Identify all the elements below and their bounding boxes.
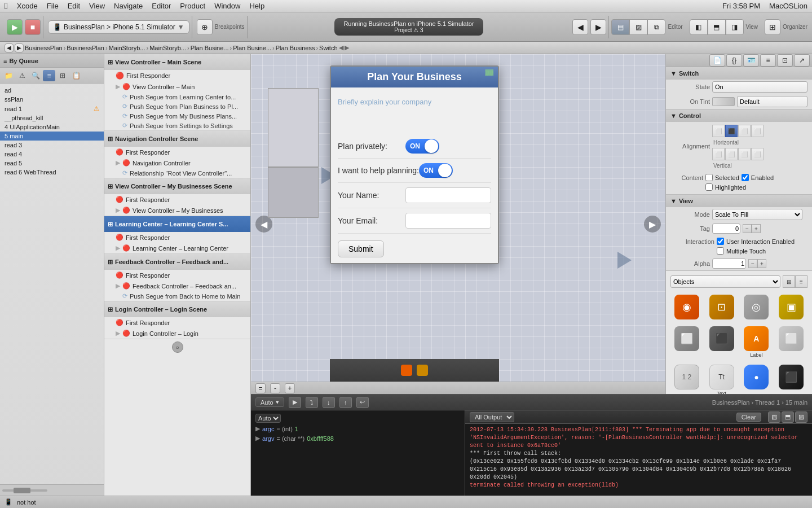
clear-button[interactable]: Clear: [736, 413, 761, 422]
tag-decrement[interactable]: −: [743, 224, 752, 233]
tag-increment[interactable]: +: [752, 224, 761, 233]
thread-item-webthread[interactable]: read 6 WebThread: [0, 168, 104, 177]
object-item-3[interactable]: ◎: [740, 292, 773, 322]
version-editor-btn[interactable]: ⧉: [647, 19, 665, 35]
scene-item-responder-learning[interactable]: 🔴 First Responder: [104, 232, 250, 243]
bc-8[interactable]: Switch: [319, 45, 337, 51]
menu-file[interactable]: File: [47, 2, 59, 10]
scene-item-nav-ctrl[interactable]: ▶ 🔴 Navigation Controller: [104, 157, 250, 168]
nav-icon-warning[interactable]: ⚠: [16, 70, 28, 81]
segue-back-home[interactable]: ⟳ Push Segue from Back to Home to Main: [104, 291, 250, 301]
scene-item-mybiz-ctrl[interactable]: ▶ 🔴 View Controller – My Businesses: [104, 205, 250, 216]
thread-item-main5[interactable]: 5 main: [0, 132, 104, 141]
selected-checkbox[interactable]: [705, 174, 713, 181]
bc-7[interactable]: Plan Business: [276, 45, 315, 51]
object-item-label[interactable]: A Label: [740, 324, 773, 360]
object-item-5[interactable]: ⬜: [670, 324, 703, 360]
standard-editor-btn[interactable]: ▤: [611, 19, 629, 35]
view-collapse-arrow[interactable]: ▼: [670, 198, 677, 204]
console-split-both[interactable]: ⬒: [782, 411, 794, 423]
scene-header-mybiz[interactable]: ⊞ View Controller – My Businesses Scene: [104, 178, 250, 194]
quick-help-btn[interactable]: {}: [726, 54, 742, 67]
align-left-btn[interactable]: ⬜: [712, 125, 725, 137]
align-fill-h-btn[interactable]: ⬜: [751, 125, 764, 137]
object-item-8[interactable]: ⬜: [775, 324, 807, 360]
object-item-dark[interactable]: ⬛: [775, 362, 807, 394]
menu-navigate[interactable]: Navigate: [114, 2, 143, 10]
bc-1[interactable]: BusinessPlan: [25, 45, 63, 51]
console-split-right[interactable]: ▨: [795, 411, 807, 423]
name-text-field[interactable]: [405, 187, 491, 203]
thread-item-read4[interactable]: read 4: [0, 150, 104, 159]
scene-item-responder-nav[interactable]: 🔴 First Responder: [104, 147, 250, 157]
align-center-btn[interactable]: ⬛: [725, 125, 738, 137]
objects-select[interactable]: Objects: [670, 275, 780, 288]
expand-argv[interactable]: ▶: [255, 435, 260, 442]
stop-button[interactable]: ■: [25, 19, 41, 35]
connections-inspector-btn[interactable]: ↗: [794, 54, 810, 67]
debug-step-out-btn[interactable]: ↑: [339, 397, 352, 408]
scene-item-responder-main[interactable]: 🔴 First Responder: [104, 70, 250, 81]
menu-view[interactable]: View: [89, 2, 105, 10]
alpha-input[interactable]: [712, 259, 746, 269]
debug-step-over-btn[interactable]: ⤵: [306, 397, 318, 408]
segue-plan[interactable]: ⟳ Push Segue from Plan Business to Pl...: [104, 102, 250, 111]
segue-root[interactable]: ⟳ Relationship "Root View Controller"...: [104, 168, 250, 178]
alpha-increment[interactable]: +: [757, 259, 766, 268]
breadcrumb-fwd-btn[interactable]: ▶: [15, 43, 24, 52]
breakpoints-button[interactable]: ⊕: [197, 19, 213, 35]
object-item-4[interactable]: ▣: [775, 292, 807, 322]
menu-edit[interactable]: Edit: [68, 2, 80, 10]
highlighted-checkbox[interactable]: [705, 183, 713, 191]
bc-2[interactable]: BusinessPlan: [67, 45, 104, 51]
scene-item-learning-ctrl[interactable]: ▶ 🔴 Learning Center – Learning Center: [104, 243, 250, 253]
auto-select[interactable]: Auto: [255, 414, 281, 423]
object-item-2[interactable]: ⊡: [705, 292, 738, 322]
hide-inspector-btn[interactable]: ◨: [726, 19, 744, 35]
thread-item-ad[interactable]: ad: [0, 86, 104, 95]
breadcrumb-back-btn[interactable]: ◀: [5, 43, 14, 52]
alpha-decrement[interactable]: −: [748, 259, 757, 268]
zoom-in-btn[interactable]: +: [285, 383, 295, 393]
align-right-btn[interactable]: ⬜: [738, 125, 751, 137]
scene-item-responder-feedback[interactable]: 🔴 First Responder: [104, 270, 250, 281]
scene-item-responder-mybiz[interactable]: 🔴 First Responder: [104, 194, 250, 205]
state-select[interactable]: On Off: [712, 81, 807, 93]
object-item-9[interactable]: 1 2: [670, 362, 703, 394]
canvas-area[interactable]: ◀ ▶ ▓▓ Plan Your Business: [251, 54, 665, 394]
thread-item-read1[interactable]: read 1 ⚠: [0, 104, 104, 113]
bc-4[interactable]: MainStoryb...: [149, 45, 186, 51]
scene-header-login[interactable]: ⊞ Login Controller – Login Scene: [104, 301, 250, 317]
identity-inspector-btn[interactable]: 🪪: [743, 54, 759, 67]
multiple-touch-checkbox[interactable]: [717, 247, 724, 255]
debug-continue-btn[interactable]: ▶: [289, 397, 301, 408]
output-select[interactable]: All Output: [470, 412, 514, 422]
segue-settings[interactable]: ⟳ Push Segue from Settings to Settings: [104, 121, 250, 130]
scene-item-login-ctrl[interactable]: ▶ 🔴 Login Controller – Login: [104, 328, 250, 339]
thread-item-read3[interactable]: read 3: [0, 141, 104, 150]
console-split-left[interactable]: ▧: [768, 411, 780, 423]
scene-item-feedback-ctrl[interactable]: ▶ 🔴 Feedback Controller – Feedback an...: [104, 281, 250, 291]
canvas-nav-left[interactable]: ◀: [255, 216, 272, 233]
scene-header-main[interactable]: ⊞ View Controller – Main Scene: [104, 54, 250, 70]
help-planning-toggle[interactable]: ON: [419, 163, 453, 178]
scene-item-vc-main[interactable]: ▶ 🔴 View Controller – Main: [104, 81, 250, 92]
scene-header-feedback[interactable]: ⊞ Feedback Controller – Feedback and...: [104, 254, 250, 270]
segue-mybiz[interactable]: ⟳ Push Segue from My Business Plans...: [104, 111, 250, 121]
menu-help[interactable]: Help: [249, 2, 264, 10]
debug-frame-btn[interactable]: ↩: [356, 397, 369, 408]
bc-5[interactable]: Plan Busine...: [191, 45, 229, 51]
object-item-6[interactable]: ⬛: [705, 324, 738, 360]
plan-privately-toggle[interactable]: ON: [405, 139, 439, 154]
align-top-btn[interactable]: ⬜: [712, 148, 725, 160]
hide-debug-btn[interactable]: ⬒: [708, 19, 726, 35]
debug-step-into-btn[interactable]: ↓: [323, 397, 335, 408]
list-view-btn[interactable]: ≡: [795, 275, 807, 288]
zoom-out-btn[interactable]: -: [270, 383, 280, 393]
nav-icon-breakpoint[interactable]: ⊞: [56, 70, 69, 81]
control-collapse-arrow[interactable]: ▼: [670, 112, 677, 119]
assistant-editor-btn[interactable]: ▨: [629, 19, 647, 35]
tag-input[interactable]: [712, 224, 740, 234]
apple-menu[interactable]: : [5, 1, 8, 11]
zoom-fit-btn[interactable]: =: [255, 383, 266, 393]
